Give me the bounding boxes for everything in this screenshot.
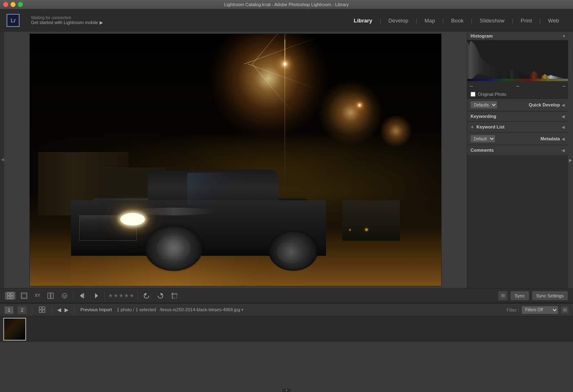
- sync-button-icon[interactable]: ⊟: [498, 291, 508, 301]
- svg-rect-30: [503, 70, 504, 79]
- svg-rect-9: [477, 51, 478, 74]
- histogram-collapse-arrow[interactable]: ▾: [563, 34, 565, 38]
- svg-rect-62: [542, 76, 543, 79]
- filmstrip-grid-icon: [39, 306, 45, 313]
- filter-dropdown[interactable]: Filters Off: [522, 306, 558, 314]
- defaults-dropdown[interactable]: Defaults: [471, 101, 497, 109]
- star-3[interactable]: ★: [119, 292, 124, 299]
- star-2[interactable]: ★: [113, 292, 118, 299]
- svg-marker-95: [80, 293, 83, 298]
- svg-rect-64: [544, 74, 545, 79]
- svg-rect-6: [473, 44, 475, 77]
- bg-distant-light-1: [366, 229, 367, 230]
- rotate-ccw-button[interactable]: [141, 292, 152, 300]
- keyword-list-arrow[interactable]: ◀: [562, 125, 565, 129]
- tab-book[interactable]: Book: [444, 15, 471, 26]
- histogram-minus-right[interactable]: –: [562, 82, 566, 89]
- toolbar-sep-2: [104, 292, 105, 300]
- filmstrip-nav-prev[interactable]: ◀: [57, 307, 61, 313]
- original-photo-label: Original Photo: [478, 92, 506, 97]
- histogram-minus-left[interactable]: –: [470, 82, 473, 89]
- mobile-link[interactable]: Get started with Lightroom mobile ▶: [31, 20, 103, 25]
- maximize-button[interactable]: [18, 2, 23, 7]
- tab-web[interactable]: Web: [541, 15, 566, 26]
- svg-rect-70: [551, 75, 553, 79]
- lr-icon: Lr: [7, 14, 20, 27]
- rotate-cw-button[interactable]: [155, 292, 166, 300]
- filmstrip-nav-next[interactable]: ▶: [64, 307, 69, 313]
- xy-view-button[interactable]: XY: [33, 292, 42, 299]
- svg-rect-86: [7, 296, 10, 299]
- keywording-arrow[interactable]: ◀: [562, 114, 565, 119]
- add-keyword-button[interactable]: +: [471, 124, 474, 130]
- quick-develop-header[interactable]: Defaults Quick Develop ◀: [467, 99, 568, 111]
- svg-rect-21: [492, 66, 493, 77]
- car-hood-shine: [133, 208, 215, 215]
- tab-library[interactable]: Library: [346, 15, 380, 26]
- header: Lr Waiting for connection Get started wi…: [0, 9, 573, 32]
- xy-label: XY: [35, 293, 40, 298]
- svg-rect-11: [480, 56, 481, 74]
- sync-settings-button[interactable]: Sync Settings: [532, 291, 568, 301]
- face-view-button[interactable]: [59, 292, 70, 300]
- svg-rect-33: [506, 71, 508, 79]
- rotate-cw-icon: [157, 292, 164, 299]
- nav-prev-frame[interactable]: [77, 292, 87, 300]
- nav-next-frame[interactable]: [91, 292, 101, 300]
- svg-rect-8: [476, 48, 477, 75]
- source-path[interactable]: /lexus-is250-2014-black-lekses-4968.jpg …: [160, 307, 244, 312]
- svg-rect-52: [529, 74, 531, 79]
- window-controls[interactable]: [3, 2, 23, 7]
- sync-button[interactable]: Sync: [510, 291, 529, 301]
- quick-develop-arrow[interactable]: ◀: [562, 103, 565, 107]
- comments-arrow[interactable]: ◀: [562, 148, 565, 153]
- tab-print[interactable]: Print: [513, 15, 540, 26]
- histogram-header[interactable]: Histogram ▾: [467, 32, 568, 40]
- star-1[interactable]: ★: [108, 292, 113, 299]
- filmstrip-num-1[interactable]: 1: [4, 306, 14, 314]
- minimize-button[interactable]: [11, 2, 16, 7]
- filmstrip-num-2[interactable]: 2: [17, 306, 27, 314]
- svg-rect-19: [489, 65, 491, 77]
- right-panel-toggle[interactable]: ▶: [568, 152, 573, 168]
- metadata-arrow[interactable]: ◀: [562, 137, 565, 141]
- grid-view-button[interactable]: [5, 292, 16, 300]
- thumb-image-1: [4, 319, 25, 340]
- svg-rect-84: [7, 293, 10, 295]
- tab-map[interactable]: Map: [417, 15, 442, 26]
- keywording-header[interactable]: Keywording ◀: [467, 111, 568, 121]
- main-image-container[interactable]: [29, 33, 442, 286]
- svg-rect-13: [482, 59, 483, 75]
- filmstrip-filter-btn[interactable]: ⊟: [561, 306, 569, 314]
- histogram-minus-mid[interactable]: –: [516, 82, 520, 89]
- comments-header[interactable]: Comments ◀: [467, 145, 568, 155]
- metadata-header[interactable]: Default Metadata ◀: [467, 133, 568, 145]
- third-light-glow: [380, 115, 412, 147]
- star-5[interactable]: ★: [129, 292, 134, 299]
- left-panel-toggle[interactable]: ▶: [0, 158, 4, 162]
- filmstrip-top-bar: 1 2 ◀ ▶ Previous Import 1 photo / 1 sele…: [0, 303, 573, 317]
- original-photo-checkbox[interactable]: [471, 92, 475, 97]
- survey-view-button[interactable]: [45, 292, 56, 300]
- svg-rect-89: [22, 294, 26, 298]
- metadata-dropdown[interactable]: Default: [471, 135, 495, 142]
- star-4[interactable]: ★: [124, 292, 129, 299]
- filmstrip-sep-3: [74, 306, 75, 314]
- tab-slideshow[interactable]: Slideshow: [472, 15, 512, 26]
- crop-icon: [171, 292, 178, 299]
- close-button[interactable]: [3, 2, 8, 7]
- bg-vehicle: [342, 200, 400, 241]
- svg-rect-14: [483, 61, 484, 75]
- toolbar-sep-3: [138, 292, 138, 300]
- bottom-panel-drag[interactable]: ▼: [282, 389, 291, 392]
- filmstrip-grid-view[interactable]: [37, 306, 47, 314]
- keyword-list-header[interactable]: + Keyword List ◀: [467, 122, 568, 132]
- svg-rect-10: [478, 53, 480, 74]
- loupe-view-button[interactable]: [19, 292, 29, 300]
- crop-button[interactable]: [169, 292, 180, 300]
- tab-develop[interactable]: Develop: [381, 15, 416, 26]
- panel-drag-top[interactable]: ▲: [284, 0, 289, 2]
- filmstrip-thumbnail-1[interactable]: [3, 318, 26, 341]
- svg-rect-46: [522, 73, 523, 79]
- filter-section: Filter : Filters Off ⊟: [506, 306, 569, 314]
